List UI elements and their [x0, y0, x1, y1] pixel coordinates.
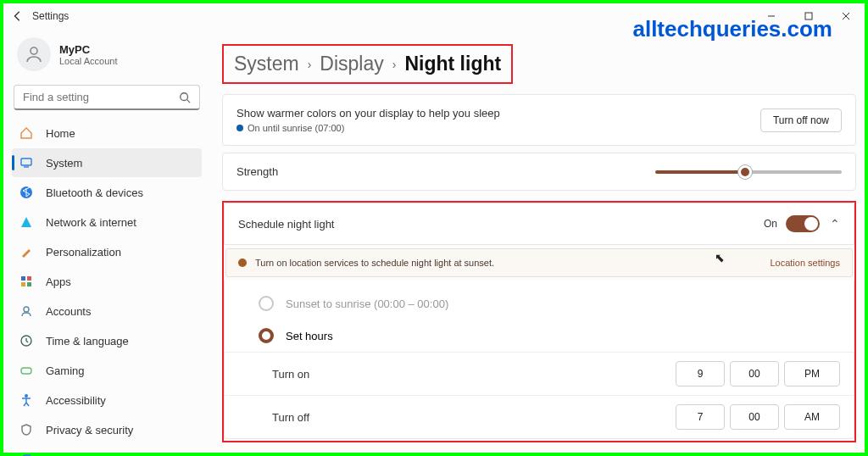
- sidebar-item-personalization[interactable]: Personalization: [12, 237, 202, 266]
- privacy-icon: [19, 422, 34, 437]
- sidebar-item-network[interactable]: Network & internet: [12, 208, 202, 236]
- sidebar-item-label: Accessibility: [46, 394, 106, 407]
- night-light-status: On until sunrise (07:00): [248, 123, 344, 133]
- sidebar-item-label: Privacy & security: [46, 424, 133, 437]
- network-icon: [19, 214, 34, 230]
- sidebar-item-home[interactable]: Home: [12, 119, 202, 147]
- turn-on-ampm[interactable]: PM: [784, 361, 840, 386]
- close-button[interactable]: [827, 3, 865, 29]
- sidebar-item-accessibility[interactable]: Accessibility: [12, 386, 202, 414]
- chevron-right-icon: ›: [308, 58, 312, 71]
- turn-off-minute[interactable]: 00: [730, 404, 779, 430]
- svg-rect-11: [27, 276, 31, 281]
- personalization-icon: [19, 244, 34, 259]
- turn-off-ampm[interactable]: AM: [784, 404, 840, 430]
- turn-on-hour[interactable]: 9: [676, 361, 725, 386]
- status-dot-icon: [236, 125, 243, 131]
- sidebar-item-privacy[interactable]: Privacy & security: [12, 415, 202, 444]
- radio-set-hours[interactable]: Set hours: [225, 320, 854, 352]
- profile-sub: Local Account: [59, 56, 118, 66]
- sidebar-item-apps[interactable]: Apps: [12, 267, 202, 296]
- time-icon: [19, 333, 34, 348]
- breadcrumb-mid[interactable]: Display: [320, 53, 383, 75]
- sidebar-item-label: Windows Update: [46, 453, 129, 457]
- breadcrumb-root[interactable]: System: [234, 53, 299, 75]
- turn-off-now-button[interactable]: Turn off now: [760, 108, 842, 132]
- home-icon: [19, 125, 34, 141]
- radio-icon: [259, 328, 274, 343]
- sidebar-item-system[interactable]: System: [12, 148, 202, 177]
- svg-point-17: [25, 394, 28, 398]
- radio-sethours-label: Set hours: [286, 330, 333, 342]
- svg-point-4: [31, 47, 37, 54]
- sidebar-item-update[interactable]: Windows Update: [12, 445, 202, 456]
- search-input[interactable]: [14, 85, 200, 110]
- sidebar-item-label: Apps: [46, 275, 71, 288]
- cursor-icon: ⬉: [715, 251, 725, 264]
- radio-sunset-label: Sunset to sunrise (00:00 – 00:00): [286, 298, 448, 310]
- sidebar-item-accounts[interactable]: Accounts: [12, 297, 202, 325]
- radio-icon: [259, 296, 274, 311]
- svg-line-6: [187, 99, 191, 103]
- schedule-toggle[interactable]: [786, 215, 820, 232]
- strength-label: Strength: [236, 165, 539, 178]
- svg-rect-16: [21, 368, 31, 374]
- sidebar-item-time[interactable]: Time & language: [12, 326, 202, 355]
- accessibility-icon: [19, 392, 34, 408]
- turn-on-label: Turn on: [272, 368, 670, 381]
- svg-point-5: [181, 92, 188, 100]
- bluetooth-icon: [19, 185, 34, 200]
- sidebar-item-label: System: [46, 157, 82, 170]
- sidebar-item-label: Gaming: [46, 364, 85, 377]
- accounts-icon: [19, 303, 34, 319]
- turn-off-hour[interactable]: 7: [676, 404, 725, 430]
- banner-text: Turn on location services to schedule ni…: [255, 258, 494, 268]
- warning-dot-icon: [238, 259, 247, 267]
- svg-rect-10: [21, 276, 25, 281]
- update-icon: [19, 452, 34, 456]
- night-light-desc: Show warmer colors on your display to he…: [236, 107, 760, 120]
- back-icon[interactable]: [12, 10, 24, 22]
- schedule-title: Schedule night light: [238, 218, 764, 231]
- chevron-right-icon: ›: [392, 58, 397, 71]
- profile-block[interactable]: MyPC Local Account: [12, 29, 202, 81]
- breadcrumb-leaf: Night light: [404, 53, 501, 75]
- search-text-input[interactable]: [23, 91, 179, 103]
- search-icon: [179, 92, 191, 103]
- strength-slider[interactable]: [655, 170, 842, 174]
- turn-off-label: Turn off: [272, 411, 670, 424]
- toggle-state-label: On: [764, 218, 777, 230]
- profile-name: MyPC: [59, 43, 118, 56]
- svg-rect-12: [21, 282, 25, 286]
- window-title: Settings: [32, 10, 69, 22]
- gaming-icon: [19, 363, 34, 378]
- turn-on-minute[interactable]: 00: [730, 361, 779, 386]
- location-settings-link[interactable]: Location settings: [770, 258, 840, 268]
- sidebar-item-label: Personalization: [46, 246, 121, 259]
- location-warning-banner: Turn on location services to schedule ni…: [225, 248, 853, 277]
- radio-sunset-to-sunrise: Sunset to sunrise (00:00 – 00:00): [225, 287, 854, 320]
- sidebar-item-label: Bluetooth & devices: [46, 186, 143, 199]
- slider-thumb[interactable]: [738, 165, 752, 179]
- svg-rect-7: [21, 158, 31, 165]
- chevron-up-icon[interactable]: ⌃: [830, 217, 840, 231]
- watermark-brand: alltechqueries.com: [632, 16, 832, 42]
- sidebar-item-label: Home: [46, 127, 75, 140]
- svg-point-14: [24, 307, 29, 312]
- sidebar-item-label: Network & internet: [46, 216, 136, 229]
- system-icon: [19, 155, 34, 170]
- apps-icon: [19, 274, 34, 289]
- sidebar-item-gaming[interactable]: Gaming: [12, 356, 202, 385]
- avatar-icon: [17, 37, 51, 71]
- sidebar-item-label: Accounts: [46, 305, 91, 318]
- sidebar-item-label: Time & language: [46, 335, 129, 348]
- sidebar-item-bluetooth[interactable]: Bluetooth & devices: [12, 178, 202, 207]
- svg-rect-13: [27, 282, 31, 286]
